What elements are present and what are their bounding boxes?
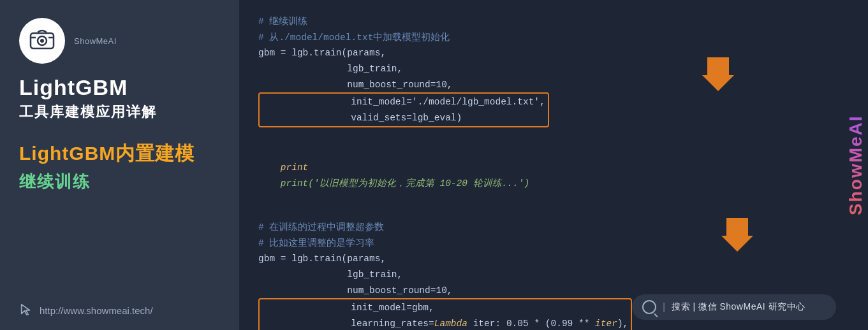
svg-marker-6: [721, 218, 753, 252]
search-label: 搜索 | 微信 ShowMeAI 研究中心: [672, 301, 805, 313]
code-line-comment3: # 在训练的过程中调整超参数: [258, 220, 849, 236]
code-area: # 继续训练 # 从./model/model.txt中加载模型初始化 gbm …: [239, 0, 868, 330]
code-line-5: lgb_train,: [258, 267, 849, 283]
code-line-comment1: # 继续训练: [258, 14, 849, 30]
code-highlight-4: learning_rates=Lambda iter: 0.05 * (0.99…: [262, 316, 628, 330]
print-text-1: print: [281, 162, 309, 173]
code-line-2: lgb_train,: [258, 61, 849, 77]
code-text-4: gbm = lgb.train(params,: [258, 254, 386, 264]
print-str-1b: print('以旧模型为初始化，完成第 10-20 轮训练...'): [281, 178, 529, 189]
code-text-2: lgb_train,: [258, 64, 402, 74]
separator-1: [258, 134, 849, 144]
arrow-down-1: [702, 56, 734, 97]
website-row: http://www.showmeai.tech/: [19, 303, 153, 317]
code-text-6: num_boost_round=10,: [258, 285, 453, 296]
code-highlight-3: init_model=gbm,: [262, 300, 628, 316]
section-sub: 继续训练: [19, 171, 91, 193]
code-line-1: gbm = lgb.train(params,: [258, 45, 849, 61]
code-print-1: printprint('以旧模型为初始化，完成第 10-20 轮训练...') …: [258, 144, 849, 207]
code-text: gbm = lgb.train(params,: [258, 48, 386, 58]
code-text-5: lgb_train,: [258, 269, 402, 280]
code-line-comment2: # 从./model/model.txt中加载模型初始化: [258, 30, 849, 46]
sidebar: ShowMeAI LightGBM 工具库建模应用详解 LightGBM内置建模…: [0, 0, 239, 330]
code-highlight-2: valid_sets=lgb_eval): [262, 110, 545, 126]
search-divider: |: [663, 301, 665, 313]
arrow-down-2: [721, 217, 753, 257]
code-section-1: # 继续训练 # 从./model/model.txt中加载模型初始化 gbm …: [258, 14, 849, 127]
svg-marker-5: [702, 57, 734, 91]
comment-text-3: # 在训练的过程中调整超参数: [258, 222, 384, 233]
highlight-text-4: learning_rates=Lambda iter: 0.05 * (0.99…: [262, 319, 628, 329]
comment-text: # 继续训练: [258, 17, 307, 27]
highlight-text-3: init_model=gbm,: [262, 303, 434, 313]
code-text-3: num_boost_round=10,: [258, 80, 453, 90]
website-link[interactable]: http://www.showmeai.tech/: [40, 305, 153, 316]
cursor-icon: [19, 303, 33, 317]
section-title: LightGBM内置建模: [19, 141, 195, 167]
logo-area: ShowMeAI: [19, 18, 117, 64]
logo-text-block: ShowMeAI: [74, 36, 117, 46]
comment-text-2: # 从./model/model.txt中加载模型初始化: [258, 32, 450, 43]
code-highlight-1: init_model='./model/lgb_model.txt',: [262, 94, 545, 110]
highlight-text-1: init_model='./model/lgb_model.txt',: [262, 97, 545, 107]
brand-label: ShowMeAI: [74, 36, 117, 46]
code-line-4: gbm = lgb.train(params,: [258, 251, 849, 267]
svg-point-2: [40, 39, 44, 43]
code-line-comment4: # 比如这里调整的是学习率: [258, 236, 849, 252]
logo-circle: [19, 18, 65, 64]
logo-icon: [28, 27, 56, 55]
gap-1: [258, 207, 849, 220]
code-line-3: num_boost_round=10,: [258, 77, 849, 93]
subtitle: 工具库建模应用详解: [19, 103, 157, 122]
highlight-text-2: valid_sets=lgb_eval): [262, 113, 462, 123]
main-title: LightGBM: [19, 75, 128, 100]
search-bar[interactable]: | 搜索 | 微信 ShowMeAI 研究中心: [632, 294, 836, 320]
comment-text-4: # 比如这里调整的是学习率: [258, 238, 374, 248]
search-icon: [642, 300, 656, 314]
